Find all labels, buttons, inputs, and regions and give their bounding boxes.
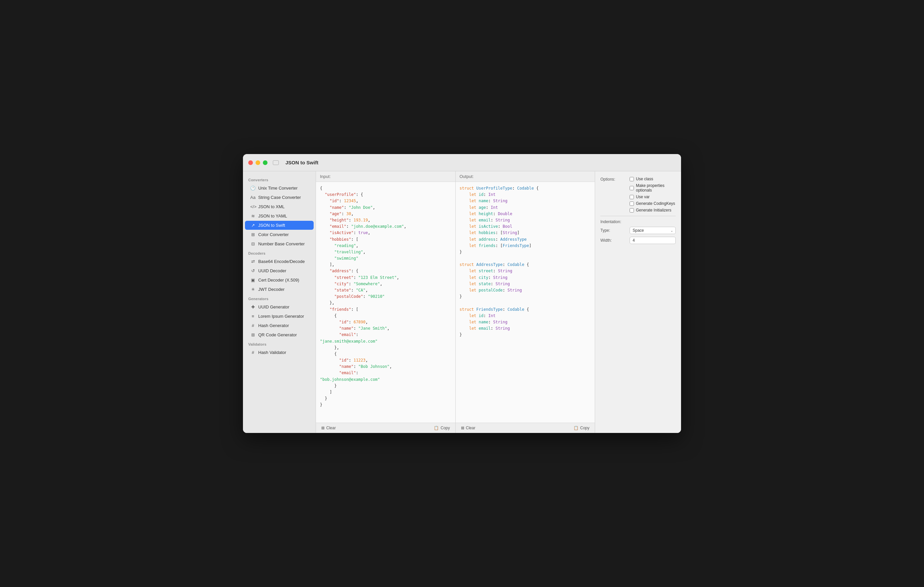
output-content[interactable]: struct UserProfileType: Codable { let id… bbox=[456, 182, 595, 423]
number-base-icon: ⊟ bbox=[250, 241, 256, 246]
indentation-section: Indentation: Type: Space Tab Width: bbox=[601, 220, 676, 244]
coding-keys-option[interactable]: Generate CodingKeys bbox=[630, 201, 676, 206]
sidebar-item-hash-val[interactable]: #Hash Validator bbox=[245, 348, 314, 357]
output-pane: Output: struct UserProfileType: Codable … bbox=[456, 171, 595, 433]
output-header: Output: bbox=[456, 171, 595, 182]
sidebar-section-validators: Validators bbox=[243, 340, 316, 347]
uuid-gen-label: UUID Generator bbox=[258, 304, 289, 309]
type-row: Type: Space Tab bbox=[601, 227, 676, 234]
copy-icon: 📋 bbox=[434, 426, 439, 430]
initializers-label: Generate Initializers bbox=[636, 208, 672, 212]
content-area: Converters🕐Unix Time ConverterAaString C… bbox=[243, 171, 681, 433]
sidebar-item-cert-decoder[interactable]: ▣Cert Decoder (X.509) bbox=[245, 276, 314, 284]
base64-label: Base64 Encode/Decode bbox=[258, 259, 305, 264]
make-optional-checkbox[interactable] bbox=[630, 186, 634, 190]
close-button[interactable] bbox=[248, 160, 253, 165]
hash-gen-label: Hash Generator bbox=[258, 323, 289, 328]
use-class-option[interactable]: Use class bbox=[630, 177, 676, 181]
sidebar-item-jwt-decoder[interactable]: ✳JWT Decoder bbox=[245, 285, 314, 294]
use-var-label: Use var bbox=[636, 195, 650, 199]
indentation-label-row: Indentation: bbox=[601, 220, 676, 224]
unix-time-icon: 🕐 bbox=[250, 185, 256, 190]
width-input[interactable] bbox=[630, 237, 676, 244]
coding-keys-label: Generate CodingKeys bbox=[636, 201, 675, 206]
input-copy-button[interactable]: 📋 Copy bbox=[432, 425, 451, 431]
json-xml-icon: </> bbox=[250, 204, 256, 209]
sidebar-item-uuid-decoder[interactable]: ↺UUID Decoder bbox=[245, 266, 314, 275]
sidebar-item-json-yaml[interactable]: ≋JSON to YAML bbox=[245, 212, 314, 220]
json-yaml-label: JSON to YAML bbox=[258, 213, 287, 218]
lorem-gen-icon: ≡ bbox=[250, 314, 256, 319]
sidebar-item-lorem-gen[interactable]: ≡Lorem Ipsum Generator bbox=[245, 312, 314, 321]
indentation-label: Indentation: bbox=[601, 220, 627, 224]
app-window: JSON to Swift Converters🕐Unix Time Conve… bbox=[243, 154, 681, 433]
json-yaml-icon: ≋ bbox=[250, 213, 256, 218]
make-optional-option[interactable]: Make properties optionals bbox=[630, 183, 676, 193]
input-pane: Input: { "userProfile": { "id": 12345, "… bbox=[316, 171, 456, 433]
options-row: Options: Use class Make properties optio… bbox=[601, 177, 676, 212]
sidebar-item-number-base[interactable]: ⊟Number Base Converter bbox=[245, 240, 314, 248]
color-converter-label: Color Converter bbox=[258, 232, 289, 237]
string-case-icon: Aa bbox=[250, 195, 256, 200]
clear-icon-2: ⊠ bbox=[461, 426, 464, 430]
output-copy-button[interactable]: 📋 Copy bbox=[572, 425, 591, 431]
uuid-decoder-label: UUID Decoder bbox=[258, 268, 286, 273]
sidebar-section-generators: Generators bbox=[243, 294, 316, 302]
sidebar-section-decoders: Decoders bbox=[243, 249, 316, 257]
input-content[interactable]: { "userProfile": { "id": 12345, "name": … bbox=[316, 182, 455, 423]
sidebar-item-json-xml[interactable]: </>JSON to XML bbox=[245, 202, 314, 211]
sidebar-item-qr-gen[interactable]: ⊞QR Code Generator bbox=[245, 330, 314, 339]
jwt-decoder-label: JWT Decoder bbox=[258, 287, 284, 292]
number-base-label: Number Base Converter bbox=[258, 241, 305, 246]
type-select[interactable]: Space Tab bbox=[630, 227, 676, 234]
use-var-checkbox[interactable] bbox=[630, 195, 634, 199]
width-label: Width: bbox=[601, 238, 627, 243]
input-header: Input: bbox=[316, 171, 455, 182]
copy-icon-2: 📋 bbox=[574, 426, 579, 430]
sidebar-item-json-swift[interactable]: ↗JSON to Swift bbox=[245, 221, 314, 230]
uuid-gen-icon: ✚ bbox=[250, 304, 256, 309]
json-xml-label: JSON to XML bbox=[258, 204, 284, 209]
type-label: Type: bbox=[601, 228, 627, 233]
type-select-wrap: Space Tab bbox=[630, 227, 676, 234]
sidebar-item-base64[interactable]: ⇄Base64 Encode/Decode bbox=[245, 257, 314, 266]
output-footer: ⊠ Clear 📋 Copy bbox=[456, 423, 595, 433]
cert-decoder-icon: ▣ bbox=[250, 278, 256, 283]
maximize-button[interactable] bbox=[263, 160, 267, 165]
use-var-option[interactable]: Use var bbox=[630, 195, 676, 199]
hash-val-icon: # bbox=[250, 350, 256, 355]
use-class-checkbox[interactable] bbox=[630, 177, 634, 181]
minimize-button[interactable] bbox=[256, 160, 260, 165]
qr-gen-icon: ⊞ bbox=[250, 332, 256, 337]
input-clear-button[interactable]: ⊠ Clear bbox=[320, 425, 337, 431]
string-case-label: String Case Converter bbox=[258, 195, 301, 200]
sidebar-item-unix-time[interactable]: 🕐Unix Time Converter bbox=[245, 184, 314, 193]
clear-icon: ⊠ bbox=[321, 426, 325, 430]
titlebar: JSON to Swift bbox=[243, 154, 681, 171]
sidebar-item-hash-gen[interactable]: #Hash Generator bbox=[245, 321, 314, 330]
sidebar-toggle-icon[interactable] bbox=[273, 160, 279, 165]
base64-icon: ⇄ bbox=[250, 259, 256, 264]
sidebar-item-color-converter[interactable]: ⊞Color Converter bbox=[245, 230, 314, 239]
jwt-decoder-icon: ✳ bbox=[250, 287, 256, 292]
width-row: Width: bbox=[601, 237, 676, 244]
sidebar-item-string-case[interactable]: AaString Case Converter bbox=[245, 193, 314, 202]
options-panel: Options: Use class Make properties optio… bbox=[595, 171, 681, 433]
hash-val-label: Hash Validator bbox=[258, 350, 286, 355]
hash-gen-icon: # bbox=[250, 323, 256, 328]
initializers-checkbox[interactable] bbox=[630, 208, 634, 212]
initializers-option[interactable]: Generate Initializers bbox=[630, 208, 676, 212]
main-area: Input: { "userProfile": { "id": 12345, "… bbox=[316, 171, 595, 433]
sidebar: Converters🕐Unix Time ConverterAaString C… bbox=[243, 171, 316, 433]
uuid-decoder-icon: ↺ bbox=[250, 268, 256, 273]
coding-keys-checkbox[interactable] bbox=[630, 202, 634, 206]
use-class-label: Use class bbox=[636, 177, 653, 181]
qr-gen-label: QR Code Generator bbox=[258, 332, 297, 337]
color-converter-icon: ⊞ bbox=[250, 232, 256, 237]
json-swift-label: JSON to Swift bbox=[258, 223, 285, 228]
cert-decoder-label: Cert Decoder (X.509) bbox=[258, 278, 299, 283]
editor-area: Input: { "userProfile": { "id": 12345, "… bbox=[316, 171, 595, 433]
input-footer: ⊠ Clear 📋 Copy bbox=[316, 423, 455, 433]
output-clear-button[interactable]: ⊠ Clear bbox=[460, 425, 477, 431]
sidebar-item-uuid-gen[interactable]: ✚UUID Generator bbox=[245, 303, 314, 311]
